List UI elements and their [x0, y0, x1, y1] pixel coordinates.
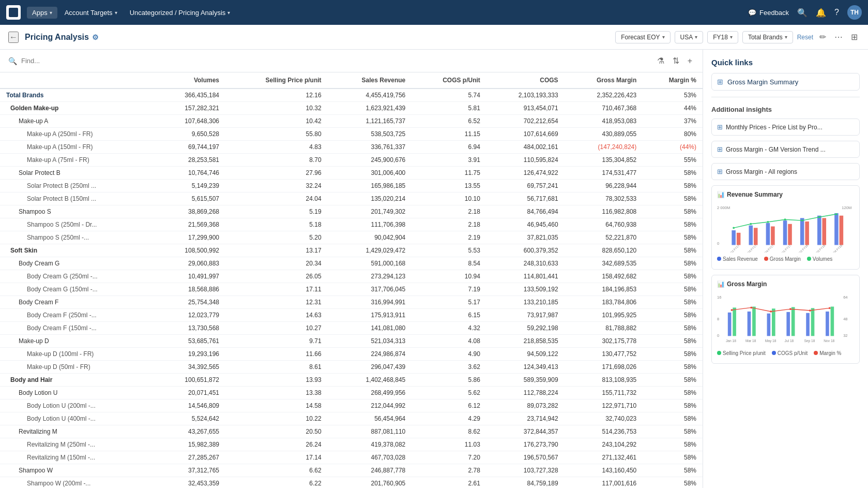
- quick-link-gross-margin-summary[interactable]: ⊞ Gross Margin Summary: [711, 73, 860, 91]
- help-icon-button[interactable]: ?: [834, 8, 839, 17]
- row-value-cell: 27.96: [225, 167, 328, 180]
- row-name-cell: Body Cream F (250ml -...: [0, 309, 155, 322]
- row-value-cell: 58%: [643, 451, 703, 464]
- row-name-cell: Revitalizing M: [0, 425, 155, 438]
- year-filter-button[interactable]: FY18 ▾: [707, 31, 738, 43]
- account-targets-chevron-icon: ▾: [115, 10, 117, 16]
- table-row: Make-up A (75ml - FR)28,253,5818.70245,9…: [0, 154, 703, 167]
- row-value-cell: 710,467,368: [565, 102, 643, 115]
- sort-icon-button[interactable]: ⇅: [671, 54, 681, 68]
- row-name-cell: Body Lotion U: [0, 387, 155, 400]
- row-value-cell: 126,474,922: [486, 167, 565, 180]
- row-value-cell: 174,531,477: [565, 167, 643, 180]
- row-value-cell: 17,299,900: [155, 231, 225, 244]
- back-button[interactable]: ←: [8, 32, 19, 43]
- row-value-cell: 10.27: [225, 322, 328, 335]
- row-name-cell: Revitalizing M (250ml -...: [0, 438, 155, 451]
- row-value-cell: 43,267,655: [155, 425, 225, 438]
- legend-selling-price-dot: [717, 351, 721, 355]
- forecast-chevron-icon: ▾: [662, 34, 665, 40]
- more-options-button[interactable]: ⋯: [832, 30, 845, 44]
- data-table: Volumes Selling Price p/unit Sales Reven…: [0, 72, 703, 488]
- row-value-cell: 467,703,028: [328, 451, 412, 464]
- row-value-cell: 100,651,872: [155, 374, 225, 387]
- svg-rect-8: [817, 216, 821, 245]
- row-value-cell: 122,971,710: [565, 400, 643, 412]
- row-value-cell: 37%: [643, 115, 703, 128]
- row-value-cell: 58%: [643, 374, 703, 387]
- current-page-nav-button[interactable]: Uncategorized / Pricing Analysis ▾: [125, 7, 236, 19]
- row-value-cell: 89,073,282: [486, 400, 565, 412]
- row-value-cell: 116,982,808: [565, 205, 643, 218]
- filter-icon-button[interactable]: ⚗: [655, 54, 666, 68]
- search-input[interactable]: [21, 57, 651, 65]
- row-value-cell: 4.08: [412, 335, 486, 348]
- row-value-cell: 201,760,905: [328, 477, 412, 489]
- insight-monthly-prices-label: Monthly Prices - Price List by Pro...: [726, 124, 823, 131]
- gm-chart-section: 📊 Gross Margin 16 8 0 64 48 32: [711, 275, 860, 364]
- col-header-selling-price[interactable]: Selling Price p/unit: [225, 72, 328, 88]
- row-value-cell: 5.81: [412, 102, 486, 115]
- row-name-cell: Shampoo W: [0, 464, 155, 477]
- svg-rect-39: [767, 313, 771, 336]
- row-value-cell: 143,160,450: [565, 464, 643, 477]
- row-value-cell: 37,312,765: [155, 464, 225, 477]
- col-header-name: [0, 72, 155, 88]
- row-value-cell: 58%: [643, 296, 703, 309]
- insight-monthly-prices[interactable]: ⊞ Monthly Prices - Price List by Pro...: [711, 119, 860, 136]
- table-row: Total Brands366,435,18412.164,455,419,75…: [0, 88, 703, 102]
- row-value-cell: 13.38: [225, 387, 328, 400]
- row-value-cell: 1,402,468,845: [328, 374, 412, 387]
- col-header-volumes[interactable]: Volumes: [155, 72, 225, 88]
- row-value-cell: 58%: [643, 387, 703, 400]
- row-value-cell: 107,648,306: [155, 115, 225, 128]
- expand-button[interactable]: ⊞: [849, 30, 860, 44]
- svg-rect-48: [831, 306, 834, 336]
- row-value-cell: 58%: [643, 309, 703, 322]
- apps-nav-button[interactable]: Apps ▾: [27, 7, 57, 19]
- reset-button[interactable]: Reset: [797, 34, 813, 41]
- svg-text:64: 64: [843, 295, 847, 300]
- row-value-cell: 201,749,302: [328, 205, 412, 218]
- row-name-cell: Body Cream F (150ml -...: [0, 322, 155, 335]
- bell-icon-button[interactable]: 🔔: [816, 8, 826, 18]
- col-header-margin-pct[interactable]: Margin %: [643, 72, 703, 88]
- table-row: Body Cream F (250ml -...12,023,77914.631…: [0, 309, 703, 322]
- svg-point-23: [835, 213, 837, 215]
- row-name-cell: Shampoo W (200ml -...: [0, 477, 155, 489]
- edit-button[interactable]: ✏: [817, 30, 828, 44]
- insight-gm-version-trend[interactable]: ⊞ Gross Margin - GM Version Trend ...: [711, 141, 860, 158]
- svg-text:120M: 120M: [842, 205, 851, 210]
- row-value-cell: 59,292,198: [486, 322, 565, 335]
- legend-margin-pct-dot: [814, 351, 818, 355]
- row-value-cell: 10.32: [225, 102, 328, 115]
- brands-filter-button[interactable]: Total Brands ▾: [742, 31, 793, 43]
- table-row: Shampoo W (200ml -...32,453,3596.22201,7…: [0, 477, 703, 489]
- search-icon-button[interactable]: 🔍: [797, 8, 808, 18]
- col-header-gross-margin[interactable]: Gross Margin: [565, 72, 643, 88]
- row-value-cell: 58%: [643, 231, 703, 244]
- col-header-sales-revenue[interactable]: Sales Revenue: [328, 72, 412, 88]
- svg-point-53: [809, 309, 811, 312]
- row-value-cell: 171,698,026: [565, 361, 643, 374]
- year-chevron-icon: ▾: [730, 34, 733, 40]
- row-value-cell: 418,953,083: [565, 115, 643, 128]
- insight-gm-all-regions[interactable]: ⊞ Gross Margin - All regions: [711, 163, 860, 180]
- feedback-button[interactable]: 💬 Feedback: [748, 9, 789, 17]
- row-value-cell: 2,103,193,333: [486, 88, 565, 102]
- row-value-cell: 78,302,533: [565, 193, 643, 205]
- col-header-cogs[interactable]: COGS: [486, 72, 565, 88]
- page-settings-icon[interactable]: ⚙: [92, 33, 99, 41]
- region-filter-button[interactable]: USA ▾: [675, 31, 704, 43]
- row-value-cell: 135,020,214: [328, 193, 412, 205]
- col-header-cogs-unit[interactable]: COGS p/Unit: [412, 72, 486, 88]
- svg-rect-40: [786, 312, 790, 336]
- add-icon-button[interactable]: +: [686, 54, 694, 68]
- row-value-cell: 157,282,321: [155, 102, 225, 115]
- table-row: Revitalizing M (250ml -...15,982,38926.2…: [0, 438, 703, 451]
- user-avatar[interactable]: TH: [847, 5, 862, 20]
- row-value-cell: 2.19: [412, 231, 486, 244]
- forecast-filter-button[interactable]: Forecast EOY ▾: [615, 31, 670, 43]
- account-targets-nav-button[interactable]: Account Targets ▾: [59, 7, 123, 19]
- row-value-cell: 9.71: [225, 335, 328, 348]
